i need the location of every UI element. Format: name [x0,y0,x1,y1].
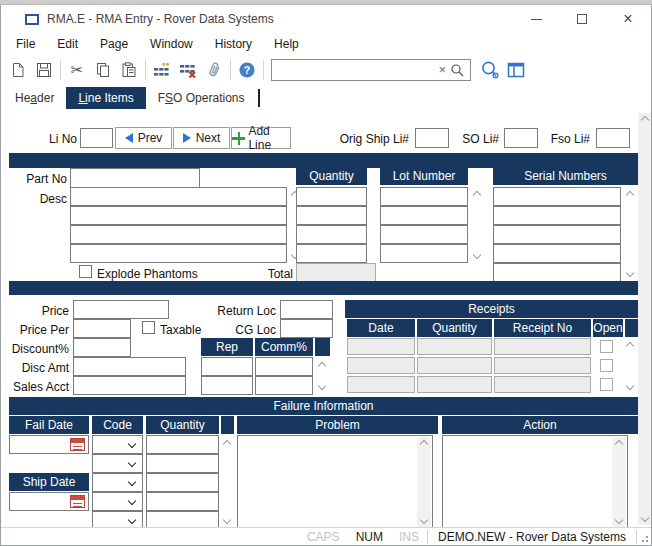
action-scrollbar[interactable] [612,437,626,527]
code-dropdown[interactable] [92,454,143,473]
clear-search-icon[interactable]: × [438,62,446,77]
lot-number-input[interactable] [380,187,468,206]
disc-amt-input[interactable] [73,357,186,376]
serial-number-input[interactable] [493,263,621,282]
menu-history[interactable]: History [204,34,263,54]
menu-window[interactable]: Window [139,34,204,54]
new-button[interactable] [5,58,31,82]
rep-input[interactable] [201,376,253,395]
quantity-input[interactable] [296,244,367,263]
ins-indicator: INS [399,530,419,544]
quantity-input[interactable] [296,187,367,206]
receipts-scroll-down[interactable] [623,380,637,392]
fail-date-calendar-icon[interactable] [70,438,85,451]
explode-phantoms-checkbox[interactable] [79,265,92,278]
serial-number-input[interactable] [493,206,621,225]
serial-number-input[interactable] [493,225,621,244]
desc-input[interactable] [70,187,287,206]
failure-scroll-down[interactable] [220,514,234,526]
section-divider-bar [9,281,638,295]
add-line-button[interactable]: Add Line [231,127,291,149]
insert-line-button[interactable] [149,58,175,82]
menu-help[interactable]: Help [263,34,310,54]
code-dropdown[interactable] [92,473,143,492]
menu-edit[interactable]: Edit [46,34,89,54]
tab-fso-operations[interactable]: FSO Operations [146,87,257,109]
form-scrollbar[interactable] [638,113,651,525]
return-loc-label: Return Loc [215,303,276,319]
lot-scroll-up[interactable] [470,189,484,201]
price-per-input[interactable] [73,319,131,338]
ship-date-calendar-icon[interactable] [70,495,85,508]
failure-quantity-input[interactable] [146,492,219,511]
desc-input[interactable] [70,244,287,263]
paste-button[interactable] [116,58,142,82]
next-button[interactable]: Next [173,127,230,149]
lot-number-input[interactable] [380,225,468,244]
code-dropdown[interactable] [92,492,143,511]
taxable-checkbox[interactable] [142,321,155,334]
sales-acct-input[interactable] [73,376,186,395]
discount-input[interactable] [73,338,131,357]
lookup-icon [480,60,500,80]
lot-number-input[interactable] [380,206,468,225]
failure-scroll-up[interactable] [220,438,234,450]
menu-page[interactable]: Page [89,34,139,54]
lookup-button[interactable] [477,58,503,82]
delete-line-button[interactable] [175,58,201,82]
minimize-button[interactable] [513,5,559,33]
code-dropdown[interactable] [92,435,143,454]
tab-label-part: der [37,91,54,105]
rep-scroll-down[interactable] [315,380,329,392]
cut-button[interactable]: ✂ [64,58,90,82]
part-no-input[interactable] [70,168,200,188]
receipts-scroll-up[interactable] [623,340,637,352]
problem-textarea[interactable] [237,435,433,527]
tab-header[interactable]: Header [3,87,66,109]
action-header: Action [442,416,638,434]
failure-quantity-input[interactable] [146,473,219,492]
fso-li-input[interactable] [596,128,630,148]
quantity-input[interactable] [296,206,367,225]
serial-scroll-down[interactable] [623,267,637,279]
help-button[interactable]: ? [234,58,260,82]
failure-quantity-input[interactable] [146,511,219,527]
close-button[interactable]: × [605,5,651,33]
price-input[interactable] [73,300,169,319]
code-dropdown[interactable] [92,511,143,527]
prev-button[interactable]: Prev [115,127,172,149]
comm-input[interactable] [255,376,313,395]
copy-button[interactable] [90,58,116,82]
resize-grip[interactable] [637,531,649,543]
save-button[interactable] [31,58,57,82]
tab-label-accel: S [165,91,173,105]
serial-number-input[interactable] [493,187,621,206]
receipt-date-header: Date [347,319,415,337]
receipt-no-cell [494,357,591,374]
rep-scroll-up[interactable] [315,360,329,372]
comm-input[interactable] [255,357,313,376]
return-loc-input[interactable] [280,300,333,319]
menu-file[interactable]: File [5,34,46,54]
failure-quantity-input[interactable] [146,435,219,454]
desc-input[interactable] [70,206,287,225]
search-icon[interactable] [450,63,465,78]
desc-input[interactable] [70,225,287,244]
receipt-no-header: Receipt No [494,319,591,337]
tab-line-items[interactable]: Line Items [66,87,145,109]
attachment-button[interactable] [201,58,227,82]
problem-scrollbar[interactable] [417,437,431,527]
failure-quantity-input[interactable] [146,454,219,473]
window-layout-button[interactable] [503,58,529,82]
quantity-input[interactable] [296,225,367,244]
orig-ship-input[interactable] [415,128,449,148]
rep-input[interactable] [201,357,253,376]
serial-scroll-up[interactable] [623,189,637,201]
cg-loc-input[interactable] [280,319,333,338]
action-textarea[interactable] [442,435,628,527]
lot-scroll-down[interactable] [470,249,484,261]
li-no-input[interactable] [80,128,113,148]
maximize-button[interactable] [559,5,605,33]
serial-number-input[interactable] [493,244,621,263]
lot-number-input[interactable] [380,244,468,263]
